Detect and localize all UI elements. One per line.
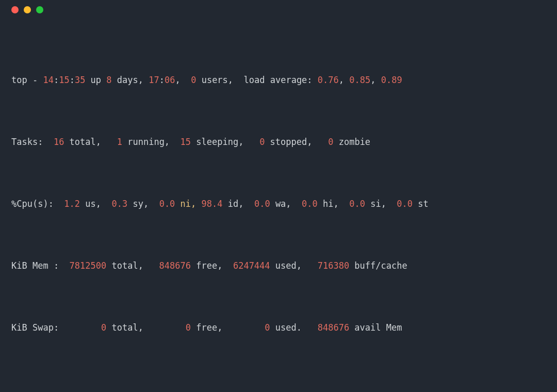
uptime-hours: 17 <box>149 75 159 85</box>
label: total, <box>106 260 159 271</box>
cpu-hi: 0.0 <box>302 199 318 209</box>
label: Tasks: <box>11 137 54 147</box>
window-minimize-icon[interactable] <box>24 6 31 13</box>
label: wa, <box>270 199 302 209</box>
cpu-wa: 0.0 <box>254 199 270 209</box>
label: sy, <box>127 199 159 209</box>
label: free, <box>191 322 265 333</box>
label: top - <box>11 75 43 85</box>
mem-total: 7812500 <box>70 260 107 271</box>
label: KiB Mem : <box>11 260 70 271</box>
label: , <box>175 75 191 85</box>
label: used, <box>270 260 318 271</box>
label: days, <box>112 75 149 85</box>
label: us, <box>80 199 111 209</box>
top-summary-line: top - 14:15:35 up 8 days, 17:06, 0 users… <box>11 72 557 88</box>
mem-avail: 848676 <box>318 322 349 333</box>
time-seconds: 35 <box>75 75 85 85</box>
label: avail Mem <box>349 322 402 333</box>
terminal-output: top - 14:15:35 up 8 days, 17:06, 0 users… <box>0 20 557 392</box>
cpu-ni: 0.0 <box>159 199 175 209</box>
label: si, <box>365 199 397 209</box>
top-cpu-line: %Cpu(s): 1.2 us, 0.3 sy, 0.0 ni, 98.4 id… <box>11 196 557 211</box>
top-mem-line: KiB Mem : 7812500 total, 848676 free, 62… <box>11 258 557 273</box>
label: id, <box>223 199 254 209</box>
label: running, <box>122 137 181 147</box>
label: up <box>85 75 106 85</box>
top-swap-line: KiB Swap: 0 total, 0 free, 0 used. 84867… <box>11 320 557 335</box>
label: buff/cache <box>349 260 407 271</box>
time-minutes: 15 <box>59 75 69 85</box>
sep: , <box>370 75 381 85</box>
mem-buffcache: 716380 <box>318 260 349 271</box>
label: used. <box>270 322 318 333</box>
cpu-si: 0.0 <box>349 199 365 209</box>
uptime-minutes: 06 <box>165 75 175 85</box>
loadavg-15: 0.89 <box>381 75 402 85</box>
label: sleeping, <box>191 137 259 147</box>
label: st <box>413 199 429 209</box>
label: hi, <box>318 199 349 209</box>
label: zombie <box>333 137 370 147</box>
label: stopped, <box>265 137 328 147</box>
colon: : <box>54 75 59 85</box>
mem-used: 6247444 <box>233 260 270 271</box>
cpu-sy: 0.3 <box>112 199 128 209</box>
blank-line <box>11 366 557 382</box>
colon: : <box>70 75 75 85</box>
tasks-total: 16 <box>54 137 64 147</box>
users-count: 0 <box>191 75 196 85</box>
swap-total: 0 <box>101 322 106 333</box>
swap-free: 0 <box>186 322 191 333</box>
uptime-days: 8 <box>106 75 111 85</box>
cpu-us: 1.2 <box>64 199 80 209</box>
window-zoom-icon[interactable] <box>36 6 43 13</box>
tasks-stopped: 0 <box>259 137 265 147</box>
label: free, <box>191 260 233 271</box>
top-tasks-line: Tasks: 16 total, 1 running, 15 sleeping,… <box>11 134 557 150</box>
tasks-zombie: 0 <box>328 137 333 147</box>
tasks-sleeping: 15 <box>181 137 191 147</box>
loadavg-5: 0.85 <box>349 75 370 85</box>
label: %Cpu(s): <box>11 199 64 209</box>
window-title-bar <box>0 0 557 20</box>
cpu-id: 98.4 <box>202 199 223 209</box>
label: KiB Swap: <box>11 322 101 333</box>
tasks-running: 1 <box>117 137 122 147</box>
label: total, <box>64 137 117 147</box>
label: ni, <box>175 199 201 209</box>
sep: , <box>339 75 349 85</box>
label: users, load average: <box>196 75 317 85</box>
mem-free: 848676 <box>159 260 191 271</box>
colon: : <box>159 75 165 85</box>
swap-used: 0 <box>265 322 270 333</box>
loadavg-1: 0.76 <box>318 75 339 85</box>
label: total, <box>106 322 186 333</box>
time-hours: 14 <box>43 75 53 85</box>
window-close-icon[interactable] <box>11 6 19 13</box>
cpu-st: 0.0 <box>397 199 413 209</box>
